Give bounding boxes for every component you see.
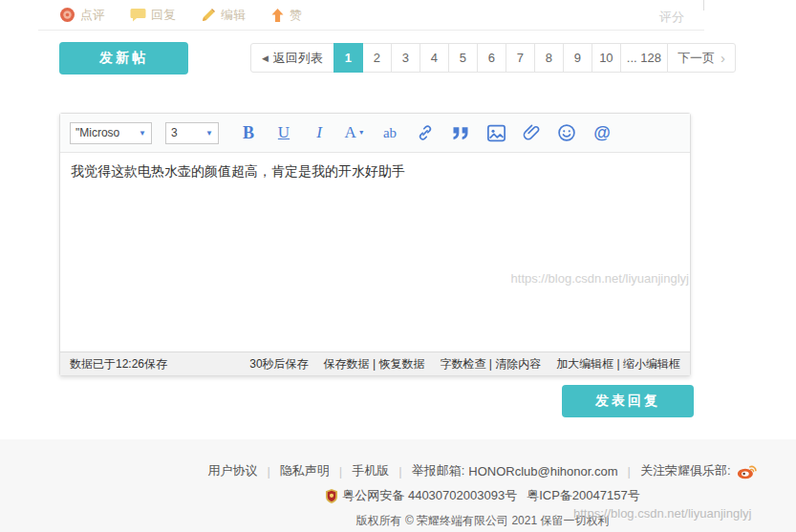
mention-label: @ [593,123,611,143]
page-button-3[interactable]: 3 [391,43,420,73]
image-icon [486,124,506,142]
edit-action[interactable]: 编辑 [201,7,246,24]
submit-reply-button[interactable]: 发表回复 [562,385,694,417]
chevron-down-icon: ▼ [205,129,213,138]
bold-button[interactable]: B [232,118,265,147]
italic-button[interactable]: I [303,118,335,147]
page-ellipsis-last[interactable]: ... 128 [620,43,668,73]
underline-label: U [278,123,290,142]
edit-action-label: 编辑 [221,7,246,24]
user-agreement-link[interactable]: 用户协议 [207,462,257,479]
divider [38,30,704,31]
font-size-value: 3 [171,126,178,139]
reply-content-text: 我觉得这款电热水壶的颜值超高，肯定是我的开水好助手 [71,163,405,179]
quote-icon [451,124,470,141]
page-button-10[interactable]: 10 [592,43,621,73]
chevron-down-icon: ▼ [358,129,365,137]
editor-statusbar: 数据已于12:26保存 30秒后保存 保存数据 | 恢复数据 字数检查 | 清除… [60,351,690,375]
font-color-button[interactable]: A ▼ [338,118,371,147]
italic-label: I [316,123,322,142]
report-email-label: 举报邮箱: [412,462,465,479]
blockquote-button[interactable] [444,118,477,147]
separator: | [339,464,342,479]
chevron-down-icon: ▼ [139,129,146,138]
page-button-9[interactable]: 9 [563,43,592,73]
page-button-2[interactable]: 2 [362,43,392,73]
copyright-text: 版权所有 © 荣耀终端有限公司 2021 保留一切权利 [186,513,779,529]
privacy-statement-link[interactable]: 隐私声明 [280,462,330,479]
weibo-icon [737,463,758,479]
page-button-4[interactable]: 4 [420,43,449,73]
reply-bubble-icon [130,8,146,22]
wordcount-clear-links[interactable]: 字数检查 | 清除内容 [440,356,541,372]
bold-label: B [243,123,254,143]
emoji-button[interactable] [550,118,583,147]
page-button-8[interactable]: 8 [534,43,564,73]
paperclip-icon [523,123,541,142]
editor-toolbar: "Microso ▼ 3 ▼ B U I A ▼ ab [60,114,690,153]
page-button-5[interactable]: 5 [448,43,478,73]
underline-button[interactable]: U [268,118,300,147]
review-stamp-icon [59,7,75,23]
mention-button[interactable]: @ [586,118,618,147]
reply-textarea[interactable]: 我觉得这款电热水壶的颜值超高，肯定是我的开水好助手 https://blog.c… [60,153,690,351]
back-triangle-icon: ◀ [262,53,269,63]
next-page-label: 下一页 [678,50,715,67]
page-button-7[interactable]: 7 [506,43,535,73]
insert-image-button[interactable] [480,118,512,147]
report-email-link[interactable]: HONORclub@hihonor.com [468,464,617,479]
like-arrow-icon [270,8,285,23]
reply-action[interactable]: 回复 [130,7,176,24]
footer-content: 用户协议 | 隐私声明 | 手机版 | 举报邮箱: HONORclub@hiho… [186,439,779,529]
chevron-right-icon: › [721,51,725,65]
page-button-6[interactable]: 6 [477,43,506,73]
review-action[interactable]: 点评 [59,7,105,24]
resize-editor-links[interactable]: 加大编辑框 | 缩小编辑框 [556,356,680,372]
like-action-label: 赞 [290,7,302,24]
back-to-list-label: 返回列表 [273,50,323,67]
font-color-label: A [344,123,355,142]
rating-label[interactable]: 评分 [659,9,684,26]
watermark-text: https://blog.csdn.net/liyuanjinglyj [511,269,689,288]
attachment-button[interactable] [515,118,548,147]
text-style-button[interactable]: ab [374,118,406,147]
gongan-beian-text: 粤公网安备 44030702003093号 [342,487,517,504]
font-family-select[interactable]: "Microso ▼ [70,122,152,144]
mobile-version-link[interactable]: 手机版 [352,462,389,479]
page-footer: 用户协议 | 隐私声明 | 手机版 | 举报邮箱: HONORclub@hiho… [0,439,796,532]
new-post-button[interactable]: 发新帖 [59,42,188,74]
reply-action-label: 回复 [151,7,176,24]
weibo-link[interactable] [737,463,758,479]
text-style-label: ab [383,125,397,141]
link-icon [416,123,435,142]
back-to-list-button[interactable]: ◀ 返回列表 [250,43,334,73]
separator: | [267,464,269,479]
icp-beian-link[interactable]: 粤ICP备20047157号 [527,487,640,504]
autosave-status-text: 数据已于12:26保存 [70,356,167,372]
smiley-icon [557,123,576,142]
pagination: ◀ 返回列表 1 2 3 4 5 6 7 8 9 10 ... 128 下一页 … [250,43,736,73]
next-page-button[interactable]: 下一页 › [667,43,736,73]
save-restore-links[interactable]: 保存数据 | 恢复数据 [324,356,425,372]
follow-us-label: 关注荣耀俱乐部: [640,462,731,479]
statusbar-tools: 30秒后保存 保存数据 | 恢复数据 字数检查 | 清除内容 加大编辑框 | 缩… [234,356,680,372]
font-family-value: "Microso [75,126,119,139]
footer-beian-row: 粤公网安备 44030702003093号 粤ICP备20047157号 [186,487,779,504]
gongan-beian-link[interactable]: 粤公网安备 44030702003093号 [325,487,517,504]
page-button-1[interactable]: 1 [333,43,363,73]
like-action[interactable]: 赞 [270,7,302,24]
footer-links-row: 用户协议 | 隐私声明 | 手机版 | 举报邮箱: HONORclub@hiho… [186,439,779,479]
gongan-badge-icon [325,489,338,503]
review-action-label: 点评 [80,7,105,24]
autosave-countdown-text: 30秒后保存 [249,356,308,372]
edit-pencil-icon [201,8,216,23]
font-size-select[interactable]: 3 ▼ [165,122,219,144]
separator: | [628,464,631,479]
reply-editor: "Microso ▼ 3 ▼ B U I A ▼ ab [59,113,691,376]
card-edge-line [703,0,704,11]
separator: | [398,464,401,479]
insert-link-button[interactable] [409,118,441,147]
